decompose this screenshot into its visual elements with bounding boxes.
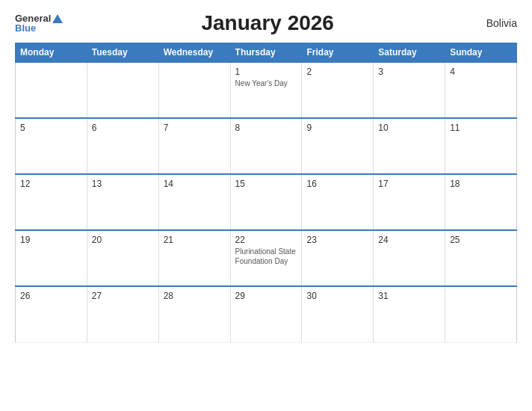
day-number: 11 — [450, 123, 512, 133]
calendar-cell: 27 — [87, 286, 158, 342]
calendar-cell: 10 — [374, 118, 445, 174]
calendar-cell: 26 — [16, 286, 87, 342]
day-number: 9 — [306, 123, 368, 133]
col-tuesday: Tuesday — [87, 43, 158, 63]
page: General Blue January 2026 Bolivia Monday… — [0, 0, 532, 411]
day-number: 14 — [164, 179, 226, 189]
calendar-cell: 17 — [374, 174, 445, 230]
calendar-cell: 11 — [445, 118, 517, 174]
day-number: 23 — [306, 235, 368, 245]
calendar-cell — [158, 62, 230, 118]
day-number: 24 — [378, 235, 440, 245]
day-number: 13 — [92, 179, 154, 189]
calendar-week-row: 262728293031 — [16, 286, 517, 342]
day-number: 30 — [306, 291, 368, 301]
logo-triangle-icon — [52, 14, 63, 23]
calendar-cell: 1New Year's Day — [230, 62, 302, 118]
calendar-cell: 28 — [158, 286, 230, 342]
calendar-table: Monday Tuesday Wednesday Thursday Friday… — [15, 43, 517, 343]
calendar-cell: 20 — [87, 230, 158, 286]
country-label: Bolivia — [472, 17, 517, 29]
day-number: 12 — [20, 179, 82, 189]
calendar-cell: 30 — [302, 286, 374, 342]
calendar-cell: 18 — [445, 174, 517, 230]
calendar-title: January 2026 — [63, 11, 472, 35]
calendar-cell: 2 — [302, 62, 374, 118]
day-number: 28 — [164, 291, 226, 301]
calendar-cell: 19 — [16, 230, 87, 286]
col-sunday: Sunday — [445, 43, 517, 63]
calendar-cell — [87, 62, 158, 118]
day-number: 29 — [235, 291, 297, 301]
calendar-cell: 16 — [302, 174, 374, 230]
calendar-cell: 15 — [230, 174, 302, 230]
holiday-label: New Year's Day — [235, 78, 297, 88]
calendar-week-row: 19202122Plurinational State Foundation D… — [16, 230, 517, 286]
day-number: 15 — [235, 179, 297, 189]
calendar-cell: 13 — [87, 174, 158, 230]
day-number: 10 — [378, 123, 440, 133]
calendar-cell: 3 — [374, 62, 445, 118]
calendar-week-row: 12131415161718 — [16, 174, 517, 230]
col-thursday: Thursday — [230, 43, 302, 63]
day-number: 17 — [378, 179, 440, 189]
calendar-cell: 4 — [445, 62, 517, 118]
day-number: 4 — [450, 67, 512, 77]
day-number: 22 — [235, 235, 297, 245]
day-number: 19 — [20, 235, 82, 245]
calendar-cell: 8 — [230, 118, 302, 174]
header: General Blue January 2026 Bolivia — [15, 11, 517, 35]
day-number: 6 — [92, 123, 154, 133]
day-number: 1 — [235, 67, 297, 77]
day-number: 3 — [378, 67, 440, 77]
day-number: 20 — [92, 235, 154, 245]
day-number: 26 — [20, 291, 82, 301]
calendar-header-row: Monday Tuesday Wednesday Thursday Friday… — [16, 43, 517, 63]
day-number: 2 — [306, 67, 368, 77]
day-number: 25 — [450, 235, 512, 245]
calendar-cell: 21 — [158, 230, 230, 286]
day-number: 5 — [20, 123, 82, 133]
calendar-cell: 7 — [158, 118, 230, 174]
calendar-cell: 24 — [374, 230, 445, 286]
day-number: 8 — [235, 123, 297, 133]
calendar-week-row: 567891011 — [16, 118, 517, 174]
calendar-cell: 14 — [158, 174, 230, 230]
calendar-cell: 25 — [445, 230, 517, 286]
calendar-cell: 6 — [87, 118, 158, 174]
col-wednesday: Wednesday — [158, 43, 230, 63]
col-friday: Friday — [302, 43, 374, 63]
calendar-cell: 23 — [302, 230, 374, 286]
calendar-cell: 22Plurinational State Foundation Day — [230, 230, 302, 286]
day-number: 16 — [306, 179, 368, 189]
day-number: 7 — [164, 123, 226, 133]
calendar-cell: 5 — [16, 118, 87, 174]
calendar-cell: 12 — [16, 174, 87, 230]
col-monday: Monday — [16, 43, 87, 63]
col-saturday: Saturday — [374, 43, 445, 63]
day-number: 18 — [450, 179, 512, 189]
calendar-cell — [16, 62, 87, 118]
day-number: 27 — [92, 291, 154, 301]
calendar-cell: 31 — [374, 286, 445, 342]
calendar-cell — [445, 286, 517, 342]
logo: General Blue — [15, 13, 63, 33]
calendar-week-row: 1New Year's Day234 — [16, 62, 517, 118]
holiday-label: Plurinational State Foundation Day — [235, 247, 297, 266]
calendar-cell: 29 — [230, 286, 302, 342]
day-number: 31 — [378, 291, 440, 301]
calendar-cell: 9 — [302, 118, 374, 174]
day-number: 21 — [164, 235, 226, 245]
logo-blue-text: Blue — [15, 23, 63, 33]
